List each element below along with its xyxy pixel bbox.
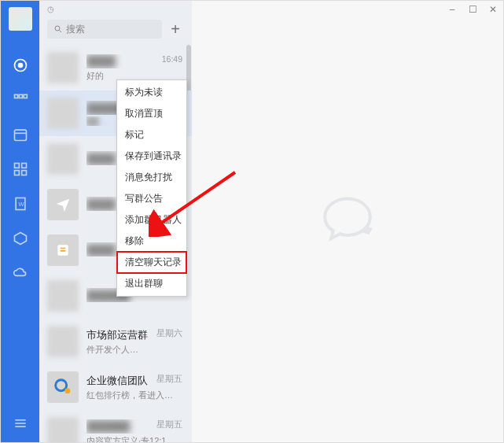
conversation-avatar — [47, 189, 79, 220]
svg-rect-5 — [14, 130, 26, 140]
svg-rect-2 — [14, 94, 17, 98]
ctx-mark-unread[interactable]: 标为未读 — [117, 82, 186, 103]
conversation-avatar — [47, 280, 79, 312]
conversation-avatar — [47, 234, 79, 266]
conversation-time: 星期五 — [156, 419, 182, 430]
svg-line-18 — [60, 31, 62, 33]
svg-point-17 — [55, 26, 60, 31]
conversation-preview: 红包排行榜，看进入… — [86, 389, 184, 401]
svg-marker-13 — [14, 233, 26, 245]
svg-rect-9 — [14, 171, 19, 175]
context-menu: 标为未读 取消置顶 标记 保存到通讯录 消息免打扰 写群公告 添加群机器人 移除… — [116, 79, 187, 297]
calendar-icon[interactable] — [13, 127, 28, 142]
svg-rect-8 — [21, 164, 26, 168]
conversation-avatar — [47, 52, 79, 83]
ctx-leave-group[interactable]: 退出群聊 — [117, 273, 186, 294]
new-chat-button[interactable]: + — [167, 20, 184, 38]
conversation-item[interactable]: 市场部运营群 件开发个人… 星期六 — [39, 319, 192, 364]
empty-chat-placeholder — [316, 189, 379, 254]
svg-point-23 — [64, 388, 70, 393]
app-window: W ◷ 搜索 + ████ — [0, 0, 504, 443]
ctx-remove[interactable]: 移除 — [117, 231, 186, 252]
left-rail: W — [1, 1, 39, 442]
conversation-avatar — [47, 98, 79, 129]
maximize-button[interactable]: ☐ — [467, 4, 478, 15]
ctx-add-bot[interactable]: 添加群机器人 — [117, 209, 186, 231]
conversation-avatar — [47, 326, 79, 357]
search-icon — [53, 24, 63, 34]
ctx-tag[interactable]: 标记 — [117, 124, 186, 146]
close-button[interactable]: ✕ — [487, 4, 498, 15]
window-controls: – ☐ ✕ — [447, 4, 498, 15]
svg-rect-4 — [24, 94, 27, 98]
ctx-clear-history[interactable]: 清空聊天记录 — [117, 252, 186, 273]
user-avatar[interactable] — [9, 7, 32, 31]
conversation-avatar — [47, 371, 79, 403]
search-bar: 搜索 + — [39, 17, 192, 45]
conversation-avatar — [47, 417, 79, 442]
conversation-time: 16:49 — [162, 54, 182, 64]
ctx-mute[interactable]: 消息免打扰 — [117, 167, 186, 188]
conversation-preview: 内容官方定义·专12:1… — [86, 435, 184, 443]
svg-point-1 — [17, 63, 23, 68]
ctx-announcement[interactable]: 写群公告 — [117, 188, 186, 209]
minimize-button[interactable]: – — [447, 4, 458, 15]
conversation-time: 星期六 — [156, 328, 182, 339]
conversation-item[interactable]: 企业微信团队 红包排行榜，看进入… 星期五 — [39, 364, 192, 410]
conversation-time: 星期五 — [156, 374, 182, 385]
main-chat-area: – ☐ ✕ — [192, 1, 503, 442]
ctx-unpin[interactable]: 取消置顶 — [117, 103, 186, 124]
svg-rect-10 — [21, 171, 26, 175]
apps-icon[interactable] — [13, 161, 28, 177]
recent-icon: ◷ — [47, 5, 54, 13]
svg-marker-28 — [362, 225, 373, 234]
menu-icon[interactable] — [13, 415, 28, 431]
svg-point-22 — [56, 380, 67, 391]
contacts-icon[interactable] — [13, 92, 28, 108]
chat-icon[interactable] — [13, 57, 28, 73]
search-placeholder: 搜索 — [66, 23, 85, 36]
conversation-preview: 件开发个人… — [86, 344, 184, 356]
docs-icon[interactable]: W — [13, 196, 28, 212]
ctx-save-contact[interactable]: 保存到通讯录 — [117, 146, 186, 167]
svg-rect-3 — [19, 94, 22, 98]
svg-text:W: W — [18, 201, 24, 208]
list-top-bar: ◷ — [39, 1, 192, 17]
conversation-item[interactable]: ██████ 内容官方定义·专12:1… 星期五 — [39, 410, 192, 442]
svg-rect-7 — [14, 164, 19, 168]
workbench-icon[interactable] — [13, 231, 28, 246]
conversation-avatar — [47, 143, 79, 175]
search-input[interactable]: 搜索 — [47, 20, 162, 39]
cloud-icon[interactable] — [13, 265, 28, 281]
